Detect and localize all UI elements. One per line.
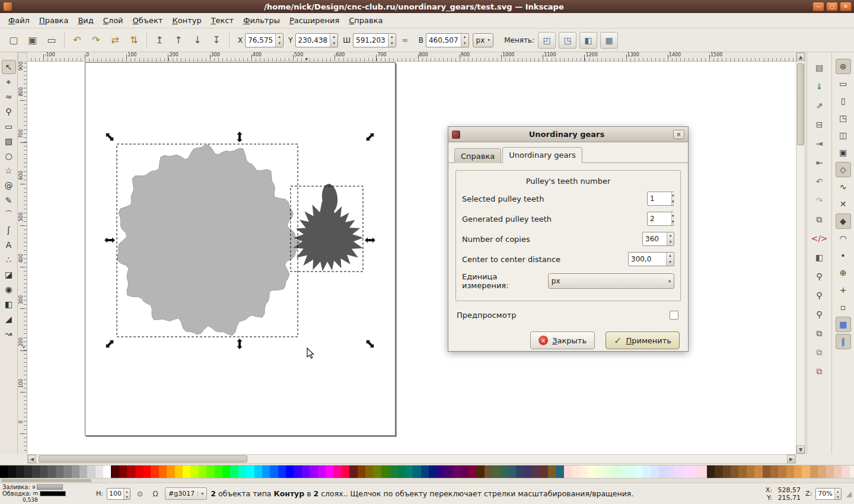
snap-toggle-button[interactable]: ▫ (836, 299, 851, 315)
resize-grip-icon[interactable]: ◢ (846, 490, 852, 498)
window-control-button[interactable]: ▢ (826, 2, 838, 11)
palette-swatch[interactable] (103, 465, 111, 478)
palette-swatch[interactable] (834, 465, 842, 478)
horizontal-scroll-thumb[interactable] (39, 455, 247, 462)
palette-swatch[interactable] (230, 465, 238, 478)
palette-swatch[interactable] (580, 465, 588, 478)
dialog-close-button[interactable]: × (673, 130, 684, 139)
snap-toggle-button[interactable]: ◳ (836, 110, 851, 126)
scale-handle[interactable] (237, 339, 243, 349)
palette-swatch[interactable] (492, 465, 500, 478)
palette-swatch[interactable] (794, 465, 802, 478)
palette-swatch[interactable] (342, 465, 349, 478)
palette-swatch[interactable] (32, 465, 40, 478)
palette-swatch[interactable] (556, 465, 563, 478)
snap-toggle-button[interactable]: ▣ (836, 145, 851, 160)
palette-swatch[interactable] (222, 465, 230, 478)
toolbar-transform-button[interactable]: ⇄ (106, 31, 124, 49)
palette-swatch[interactable] (63, 465, 71, 478)
tool-button[interactable]: ○ (2, 149, 16, 163)
toolbar-transform-button[interactable]: ↶ (68, 31, 86, 49)
palette-swatch[interactable] (675, 465, 683, 478)
palette-swatch[interactable] (183, 465, 190, 478)
palette-swatch[interactable] (79, 465, 87, 478)
command-button[interactable]: ⇤ (811, 154, 828, 171)
palette-swatch[interactable] (842, 465, 849, 478)
palette-swatch[interactable] (111, 465, 119, 478)
palette-swatch[interactable] (747, 465, 754, 478)
snap-toggle-button[interactable]: ◠ (836, 231, 851, 246)
snap-toggle-button[interactable]: ✕ (836, 196, 851, 212)
tool-button[interactable]: ⌒ (2, 208, 16, 222)
command-button[interactable]: </> (811, 230, 828, 247)
palette-swatch[interactable] (302, 465, 310, 478)
height-field[interactable]: 460,507▴▾ (426, 33, 469, 47)
unit-dropdown[interactable]: px▾ (473, 33, 494, 47)
palette-swatch[interactable] (206, 465, 214, 478)
palette-swatch[interactable] (95, 465, 103, 478)
scroll-right-icon[interactable]: ▶ (787, 455, 795, 463)
palette-swatch[interactable] (763, 465, 770, 478)
close-dialog-button[interactable]: ×Закрыть (530, 331, 595, 349)
command-button[interactable]: ⧉ (811, 363, 828, 379)
affect-toggle-button[interactable]: ◰ (538, 32, 556, 49)
lock-ratio-icon[interactable]: ∞ (399, 33, 412, 47)
scroll-up-icon[interactable]: ▲ (796, 53, 805, 61)
palette-swatch[interactable] (731, 465, 738, 478)
palette-swatch[interactable] (723, 465, 731, 478)
toolbar-select-button[interactable]: ▢ (5, 31, 23, 49)
command-button[interactable]: ⇥ (811, 135, 828, 152)
toolbar-zorder-button[interactable]: ↧ (208, 31, 225, 49)
dialog-row-spinbox[interactable]: 2▴▾ (647, 212, 674, 226)
affect-toggle-button[interactable]: ◳ (559, 32, 576, 49)
vertical-scrollbar[interactable]: ▲ ▼ (796, 52, 805, 454)
scale-handle[interactable] (364, 338, 375, 349)
palette-swatch[interactable] (413, 465, 420, 478)
menu-item[interactable]: Текст (206, 14, 239, 27)
dialog-row-spinbox[interactable]: 360▴▾ (642, 232, 674, 246)
dialog-unit-dropdown[interactable]: px▾ (548, 273, 674, 289)
palette-swatch[interactable] (588, 465, 595, 478)
menu-item[interactable]: Файл (4, 14, 34, 27)
palette-swatch[interactable] (738, 465, 746, 478)
command-button[interactable]: ⧉ (811, 325, 828, 342)
tool-button[interactable]: ◪ (2, 267, 16, 282)
palette-swatch[interactable] (770, 465, 778, 478)
x-field[interactable]: 76,575▴▾ (245, 33, 283, 47)
toolbar-transform-button[interactable]: ↷ (87, 31, 105, 49)
menu-item[interactable]: Объект (128, 14, 168, 27)
toolbar-select-button[interactable]: ▭ (43, 31, 60, 49)
tool-button[interactable]: A (2, 238, 16, 252)
palette-swatch[interactable] (715, 465, 722, 478)
palette-swatch[interactable] (619, 465, 627, 478)
palette-scrollbar[interactable] (0, 478, 854, 483)
palette-swatch[interactable] (397, 465, 405, 478)
small-gear[interactable] (293, 201, 364, 271)
snap-toggle-button[interactable]: ◆ (836, 213, 851, 229)
palette-swatch[interactable] (802, 465, 810, 478)
palette-swatch[interactable] (476, 465, 484, 478)
scale-handle[interactable] (365, 238, 375, 243)
tool-button[interactable]: ⚲ (2, 104, 16, 119)
command-button[interactable]: ⊟ (811, 116, 828, 133)
h-ruler[interactable]: -100010020030040050060070080090010001100… (27, 52, 796, 62)
horizontal-scrollbar[interactable]: ◀ ▶ (27, 454, 796, 464)
palette-swatch[interactable] (143, 465, 151, 478)
palette-swatch[interactable] (215, 465, 222, 478)
palette-swatch[interactable] (485, 465, 492, 478)
tool-button[interactable]: ʃ (2, 223, 16, 237)
command-button[interactable]: ↶ (811, 173, 828, 190)
snap-toggle-button[interactable]: ▯ (836, 93, 851, 109)
palette-swatch[interactable] (826, 465, 834, 478)
palette-swatch[interactable] (818, 465, 826, 478)
toolbar-zorder-button[interactable]: ↓ (189, 31, 206, 49)
palette-swatch[interactable] (627, 465, 635, 478)
tool-button[interactable]: ✎ (2, 193, 16, 208)
toolbar-transform-button[interactable]: ⇅ (125, 31, 143, 49)
palette-swatch[interactable] (651, 465, 659, 478)
palette-swatch[interactable] (659, 465, 667, 478)
palette-swatch[interactable] (516, 465, 524, 478)
palette-swatch[interactable] (238, 465, 246, 478)
command-button[interactable]: ⚲ (811, 306, 828, 323)
palette-swatch[interactable] (564, 465, 572, 478)
